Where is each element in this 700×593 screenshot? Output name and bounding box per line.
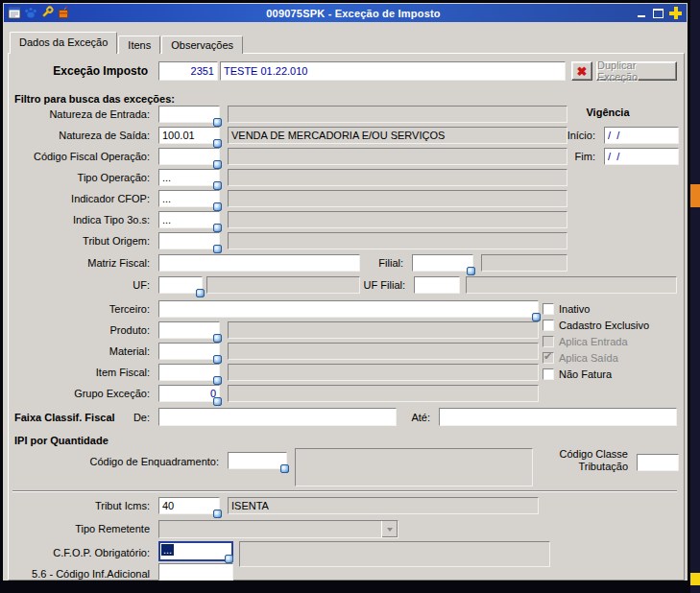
- titlebar-icons: [8, 6, 70, 21]
- checkbox-cadastro-exclusivo[interactable]: Cadastro Exclusivo: [543, 320, 649, 331]
- faixa-ate-input[interactable]: [439, 408, 677, 426]
- lookup-icon[interactable]: [213, 181, 222, 190]
- plus-icon[interactable]: [668, 6, 683, 20]
- background-strip: [690, 0, 700, 593]
- background-accent-orange: [690, 184, 700, 207]
- cfop-obrigatorio-desc: [239, 541, 550, 567]
- titlebar[interactable]: 009075SPK - Exceção de Imposto: [4, 4, 687, 22]
- checkbox-label: Cadastro Exclusivo: [559, 320, 649, 331]
- lookup-icon[interactable]: [213, 510, 222, 518]
- terceiro-input[interactable]: [158, 300, 539, 318]
- lookup-icon[interactable]: [213, 355, 222, 364]
- uf-filial-input[interactable]: [414, 276, 460, 294]
- codigo-inf-adicional-input[interactable]: [158, 563, 233, 581]
- lookup-icon[interactable]: [225, 555, 233, 563]
- codigo-classe-tributacao-input[interactable]: [637, 454, 679, 471]
- indicador-cfop-label: Indicador CFOP:: [3, 190, 155, 207]
- codigo-fiscal-operacao-desc: [228, 148, 567, 165]
- duplicar-excecao-button: Duplicar Exceção: [596, 61, 677, 81]
- excecao-codigo-input[interactable]: [158, 61, 218, 81]
- produto-label: Produto:: [3, 321, 155, 339]
- checkbox-inativo[interactable]: Inativo: [543, 303, 590, 315]
- cfop-obrigatorio-label: C.F.O.P. Obrigatório:: [3, 544, 155, 561]
- codigo-fiscal-operacao-input[interactable]: [158, 148, 220, 165]
- ipi-section-title: IPI por Quantidade: [14, 433, 109, 448]
- background-accent-yellow: [690, 573, 700, 585]
- codigo-classe-tributacao-label: Código Classe Tributação: [537, 448, 633, 475]
- tribut-origem-input[interactable]: [158, 232, 220, 249]
- excecao-descricao-input[interactable]: [220, 61, 566, 81]
- filial-label: Filial:: [362, 254, 408, 272]
- lookup-icon[interactable]: [213, 376, 222, 385]
- faixa-de-input[interactable]: [158, 408, 397, 426]
- item-fiscal-input[interactable]: [158, 364, 220, 381]
- lookup-icon[interactable]: [280, 464, 289, 473]
- tab-dados-da-excecao[interactable]: Dados da Exceção: [10, 32, 117, 54]
- tab-itens[interactable]: Itens: [118, 36, 160, 54]
- tipo-remetente-value: [159, 521, 381, 537]
- faixa-ate-label: Até:: [398, 409, 435, 426]
- codigo-enquadramento-input[interactable]: [228, 452, 287, 469]
- filial-desc: [481, 254, 567, 272]
- dropdown-arrow-icon: [381, 521, 398, 537]
- material-label: Material:: [3, 343, 155, 360]
- material-input[interactable]: [158, 343, 220, 360]
- grupo-excecao-input[interactable]: [158, 385, 220, 402]
- filtro-section-title: Filtro para busca das exceções:: [14, 91, 175, 107]
- checkbox-nao-fatura[interactable]: Não Fatura: [543, 368, 612, 380]
- selected-text: ...: [161, 544, 174, 556]
- app-window: 009075SPK - Exceção de Imposto Dados da …: [2, 2, 688, 581]
- natureza-entrada-input[interactable]: [158, 106, 220, 123]
- natureza-entrada-label: Natureza de Entrada:: [3, 106, 155, 123]
- filial-input[interactable]: [412, 254, 473, 272]
- lookup-icon[interactable]: [532, 313, 541, 321]
- excecao-descricao-value[interactable]: [220, 61, 566, 81]
- codigo-enquadramento-desc: [295, 448, 533, 486]
- lookup-icon[interactable]: [467, 267, 475, 275]
- lookup-icon[interactable]: [213, 334, 222, 343]
- tipo-operacao-input[interactable]: [158, 169, 220, 186]
- lookup-icon[interactable]: [196, 289, 205, 297]
- produto-input[interactable]: [158, 321, 220, 339]
- indicador-cfop-input[interactable]: [158, 190, 220, 207]
- delete-button[interactable]: ✖: [571, 61, 592, 81]
- lookup-icon[interactable]: [213, 397, 222, 406]
- lookup-icon[interactable]: [213, 245, 222, 253]
- lookup-icon[interactable]: [213, 139, 222, 148]
- produto-desc: [228, 321, 539, 339]
- indica-tipo-3os-label: Indica Tipo 3o.s:: [3, 211, 155, 228]
- item-fiscal-label: Item Fiscal:: [3, 364, 155, 381]
- lookup-icon[interactable]: [213, 118, 222, 127]
- tab-observacoes[interactable]: Observações: [161, 36, 243, 54]
- codigo-enquadramento-label: Código de Enquadramento:: [3, 453, 224, 470]
- tribut-icms-input[interactable]: [158, 497, 220, 514]
- wrench-icon[interactable]: [40, 6, 54, 21]
- terceiro-label: Terceiro:: [3, 300, 155, 318]
- tribut-origem-desc: [228, 232, 567, 249]
- section-divider: [12, 490, 677, 492]
- lookup-icon[interactable]: [213, 160, 222, 169]
- maximize-icon[interactable]: [653, 9, 664, 18]
- inicio-input[interactable]: [604, 127, 679, 144]
- cfop-obrigatorio-input[interactable]: ...: [158, 541, 233, 561]
- indica-tipo-3os-input[interactable]: [158, 211, 220, 228]
- matriz-fiscal-input[interactable]: [158, 254, 360, 272]
- natureza-saida-label: Natureza de Saída:: [3, 127, 155, 144]
- natureza-saida-input[interactable]: [158, 127, 220, 144]
- fim-input[interactable]: [604, 148, 679, 165]
- package-icon[interactable]: [57, 6, 70, 21]
- faixa-de-label: De:: [116, 409, 155, 426]
- uf-input[interactable]: [158, 276, 203, 294]
- tab-strip: Dados da Exceção Itens Observações: [10, 32, 244, 54]
- indicador-cfop-desc: [228, 190, 567, 207]
- checkbox-label: Não Fatura: [559, 368, 612, 380]
- checkbox-box: [543, 336, 554, 347]
- faixa-section-title: Faixa Classif. Fiscal: [14, 410, 115, 425]
- grupo-excecao-label: Grupo Exceção:: [3, 385, 155, 402]
- excecao-codigo-value[interactable]: [158, 61, 218, 81]
- lookup-icon[interactable]: [213, 202, 222, 211]
- lookup-icon[interactable]: [213, 224, 222, 232]
- paw-icon[interactable]: [24, 6, 37, 21]
- minimize-icon[interactable]: [637, 8, 648, 18]
- form-icon[interactable]: [8, 6, 21, 21]
